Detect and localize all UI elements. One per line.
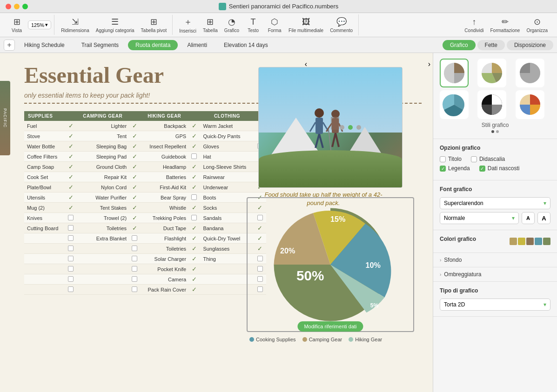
- camping-check[interactable]: [128, 274, 141, 285]
- chart-style-3[interactable]: [516, 59, 544, 87]
- font-style-select[interactable]: Normale ▾: [440, 212, 519, 224]
- organize-button[interactable]: ⊙ Organizza: [523, 15, 550, 35]
- camping-check[interactable]: ✓: [128, 141, 141, 152]
- tab-hiking-schedule[interactable]: Hiking Schedule: [17, 40, 72, 50]
- tab-disposizione[interactable]: Disposizione: [507, 40, 553, 50]
- comment-button[interactable]: 💬 Commento: [327, 15, 356, 35]
- tab-ruota-dentata[interactable]: Ruota dentata: [128, 40, 178, 50]
- resize-button[interactable]: ⇲ Ridimensiona: [58, 15, 92, 35]
- hiking-check[interactable]: [188, 213, 200, 223]
- hiking-check[interactable]: ✓: [188, 203, 200, 213]
- style-dot-1[interactable]: [491, 130, 494, 133]
- font-size-smaller[interactable]: A: [522, 212, 535, 224]
- table-button[interactable]: ⊞ Tabella: [200, 15, 221, 35]
- camping-check[interactable]: [128, 254, 141, 264]
- style-dot-2[interactable]: [496, 130, 499, 133]
- hiking-check[interactable]: ✓: [188, 121, 200, 131]
- hiking-check[interactable]: [188, 152, 200, 162]
- tab-alimenti[interactable]: Alimenti: [180, 40, 215, 50]
- dati-nascosti-checkbox[interactable]: ✓: [479, 166, 485, 172]
- camping-check[interactable]: ✓: [128, 172, 141, 182]
- camping-check[interactable]: [128, 264, 141, 274]
- ombreggiatura-disclosure[interactable]: › Ombreggiatura: [433, 267, 557, 282]
- chart-button[interactable]: ◔ Grafico: [221, 15, 242, 35]
- camping-check[interactable]: ✓: [128, 162, 141, 172]
- camping-check[interactable]: ✓: [128, 131, 141, 141]
- chart-style-6[interactable]: [516, 90, 544, 119]
- swatch-4[interactable]: [535, 238, 542, 245]
- supply-check[interactable]: ✓: [65, 162, 77, 172]
- hiking-check[interactable]: ✓: [188, 162, 200, 172]
- hiking-check[interactable]: ✓: [188, 172, 200, 182]
- supply-check[interactable]: ✓: [65, 121, 77, 131]
- font-size-larger[interactable]: A: [537, 212, 550, 224]
- hiking-check[interactable]: [188, 193, 200, 203]
- supply-check[interactable]: [65, 254, 77, 264]
- didascalia-checkbox[interactable]: [471, 156, 477, 162]
- sfondo-disclosure[interactable]: › Sfondo: [433, 253, 557, 267]
- chart-style-2[interactable]: [477, 59, 506, 87]
- maximize-button[interactable]: [22, 4, 28, 9]
- close-button[interactable]: [6, 4, 11, 9]
- chart-style-5[interactable]: [477, 90, 506, 119]
- minimize-button[interactable]: [14, 4, 20, 9]
- add-category-button[interactable]: ☰ Aggiungi categoria: [93, 15, 137, 35]
- chart-nav-left[interactable]: ‹: [305, 60, 307, 68]
- zoom-control[interactable]: 125% ▾: [28, 20, 51, 29]
- modify-data-button[interactable]: Modifica riferimenti dati: [297, 321, 363, 332]
- camping-check[interactable]: [128, 285, 141, 295]
- format-button[interactable]: ✏ Formattazione: [488, 15, 523, 35]
- swatch-5[interactable]: [543, 238, 550, 245]
- chart-nav-right[interactable]: ›: [428, 60, 430, 68]
- supply-check[interactable]: [65, 213, 77, 223]
- hiking-check[interactable]: ✓: [188, 141, 200, 152]
- hiking-check[interactable]: ✓: [188, 254, 200, 264]
- camping-check[interactable]: ✓: [128, 182, 141, 193]
- supply-check[interactable]: [65, 223, 77, 233]
- supply-check[interactable]: ✓: [65, 131, 77, 141]
- tab-elevation[interactable]: Elevation 14 days: [216, 40, 275, 50]
- supply-check[interactable]: ✓: [65, 172, 77, 182]
- camping-check[interactable]: [128, 244, 141, 254]
- insert-button[interactable]: ＋ Inserisci: [176, 14, 199, 35]
- hiking-check[interactable]: ✓: [188, 274, 200, 285]
- camping-check[interactable]: ✓: [128, 203, 141, 213]
- add-sheet-button[interactable]: +: [4, 40, 15, 51]
- font-name-select[interactable]: Superclarendon ▾: [440, 197, 550, 209]
- camping-check[interactable]: [128, 233, 141, 244]
- supply-check[interactable]: ✓: [65, 152, 77, 162]
- supply-check[interactable]: [65, 285, 77, 295]
- text-button[interactable]: T Testo: [243, 15, 263, 35]
- hiking-check[interactable]: ✓: [188, 182, 200, 193]
- swatch-1[interactable]: [510, 238, 517, 245]
- tab-fette[interactable]: Fette: [477, 40, 505, 50]
- supply-check[interactable]: [65, 244, 77, 254]
- hiking-check[interactable]: ✓: [188, 264, 200, 274]
- hiking-check[interactable]: ✓: [188, 223, 200, 233]
- titolo-checkbox[interactable]: [440, 156, 446, 162]
- supply-check[interactable]: [65, 233, 77, 244]
- chart-style-1[interactable]: [440, 59, 469, 87]
- swatch-3[interactable]: [526, 238, 534, 245]
- hiking-check[interactable]: ✓: [188, 244, 200, 254]
- pie-chart-area[interactable]: 50% 20% 15% 10% 5% Modifica riferimenti …: [247, 197, 414, 332]
- hiking-check[interactable]: ✓: [188, 131, 200, 141]
- shape-button[interactable]: ⬡ Forma: [264, 15, 285, 35]
- supply-check[interactable]: ✓: [65, 141, 77, 152]
- legenda-checkbox[interactable]: ✓: [440, 166, 446, 172]
- camping-check[interactable]: ✓: [128, 121, 141, 131]
- chart-style-4[interactable]: [440, 90, 469, 119]
- hiking-check[interactable]: ✓: [188, 233, 200, 244]
- pivot-button[interactable]: ⊞ Tabella pivot: [138, 15, 170, 35]
- camping-check[interactable]: ✓: [128, 223, 141, 233]
- swatch-2[interactable]: [518, 238, 525, 245]
- share-button[interactable]: ↑ Condividi: [462, 15, 486, 35]
- view-button[interactable]: ⊞ Vista: [7, 15, 27, 35]
- hiking-check[interactable]: ✓: [188, 285, 200, 295]
- camping-check[interactable]: ✓: [128, 213, 141, 223]
- color-swatches[interactable]: [510, 238, 550, 245]
- tab-grafico[interactable]: Grafico: [443, 40, 476, 50]
- supply-check[interactable]: ✓: [65, 203, 77, 213]
- supply-check[interactable]: [65, 264, 77, 274]
- supply-check[interactable]: ✓: [65, 182, 77, 193]
